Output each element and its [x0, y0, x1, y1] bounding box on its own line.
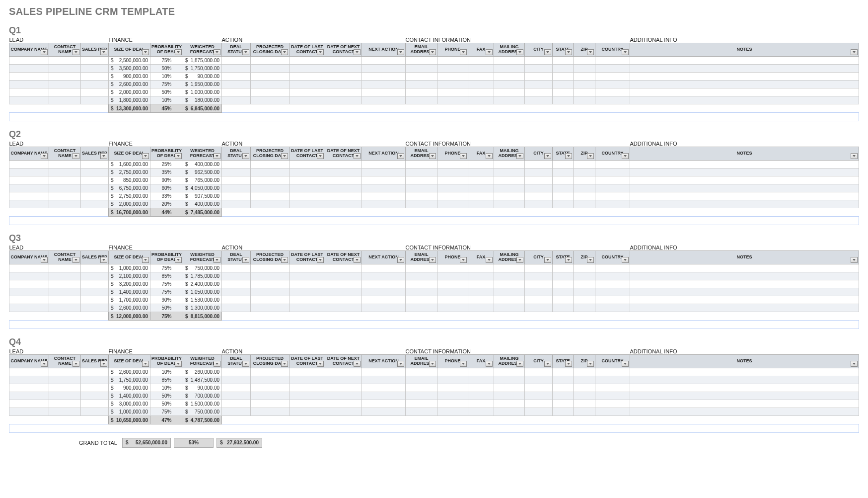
cell-fax[interactable] [468, 288, 494, 296]
cell-rep[interactable] [81, 304, 109, 312]
cell-dlc[interactable] [289, 65, 325, 73]
cell-notes[interactable] [630, 392, 859, 400]
filter-dropdown-icon[interactable] [851, 361, 858, 367]
col-dnc[interactable]: DATE OF NEXT CONTACT [325, 43, 362, 57]
cell-mail[interactable] [494, 168, 525, 176]
cell-contact[interactable] [49, 296, 81, 304]
cell-mail[interactable] [494, 88, 525, 96]
cell-phone[interactable] [437, 392, 468, 400]
filter-dropdown-icon[interactable] [429, 361, 436, 367]
col-dlc[interactable]: DATE OF LAST CONTACT [289, 251, 325, 264]
cell-ds[interactable] [222, 392, 251, 400]
cell-rep[interactable] [81, 200, 109, 208]
col-country[interactable]: COUNTRY [595, 147, 630, 161]
cell-zip[interactable] [574, 81, 595, 88]
cell-pcd[interactable] [251, 368, 289, 376]
cell-na[interactable] [362, 392, 406, 400]
cell-pcd[interactable] [251, 200, 289, 208]
cell-dnc[interactable] [325, 392, 362, 400]
cell-contact[interactable] [49, 264, 81, 272]
table-row[interactable]: $850,000.0090%$765,000.00 [9, 176, 859, 184]
cell-rep[interactable] [81, 65, 109, 73]
cell-state[interactable] [553, 280, 574, 288]
cell-dnc[interactable] [325, 184, 362, 192]
cell-contact[interactable] [49, 376, 81, 384]
cell-ds[interactable] [222, 176, 251, 184]
filter-dropdown-icon[interactable] [175, 49, 182, 55]
cell-country[interactable] [595, 280, 630, 288]
cell-size[interactable]: $2,750,000.00 [109, 168, 150, 176]
filter-dropdown-icon[interactable] [397, 153, 404, 159]
cell-mail[interactable] [494, 368, 525, 376]
cell-prob[interactable]: 90% [150, 296, 183, 304]
col-company[interactable]: COMPANY NAME [9, 251, 49, 264]
cell-zip[interactable] [574, 368, 595, 376]
cell-fax[interactable] [468, 272, 494, 280]
col-company[interactable]: COMPANY NAME [9, 147, 49, 161]
cell-ds[interactable] [222, 368, 251, 376]
cell-country[interactable] [595, 184, 630, 192]
cell-email[interactable] [406, 384, 437, 392]
cell-dlc[interactable] [289, 376, 325, 384]
cell-ds[interactable] [222, 96, 251, 104]
cell-wf[interactable]: $1,950,000.00 [183, 81, 222, 88]
cell-size[interactable]: $2,750,000.00 [109, 192, 150, 200]
col-email[interactable]: EMAIL ADDRESS [406, 147, 437, 161]
filter-dropdown-icon[interactable] [41, 49, 48, 55]
cell-notes[interactable] [630, 73, 859, 81]
cell-wf[interactable]: $180,000.00 [183, 96, 222, 104]
cell-dlc[interactable] [289, 81, 325, 88]
col-pcd[interactable]: PROJECTED CLOSING DATE [251, 147, 289, 161]
col-city[interactable]: CITY [525, 355, 553, 368]
cell-contact[interactable] [49, 176, 81, 184]
filter-dropdown-icon[interactable] [397, 49, 404, 55]
cell-zip[interactable] [574, 400, 595, 408]
cell-state[interactable] [553, 376, 574, 384]
cell-fax[interactable] [468, 81, 494, 88]
cell-pcd[interactable] [251, 304, 289, 312]
cell-fax[interactable] [468, 57, 494, 65]
cell-prob[interactable]: 85% [150, 376, 183, 384]
filter-dropdown-icon[interactable] [354, 257, 361, 263]
col-rep[interactable]: SALES REP [81, 251, 109, 264]
cell-na[interactable] [362, 88, 406, 96]
filter-dropdown-icon[interactable] [486, 361, 493, 367]
cell-wf[interactable]: $700,000.00 [183, 392, 222, 400]
cell-zip[interactable] [574, 296, 595, 304]
filter-dropdown-icon[interactable] [72, 49, 79, 55]
cell-fax[interactable] [468, 368, 494, 376]
filter-dropdown-icon[interactable] [460, 361, 467, 367]
cell-phone[interactable] [437, 73, 468, 81]
table-row[interactable]: $3,000,000.0050%$1,500,000.00 [9, 400, 859, 408]
filter-dropdown-icon[interactable] [242, 257, 249, 263]
col-size[interactable]: SIZE OF DEAL [109, 355, 150, 368]
cell-company[interactable] [9, 392, 49, 400]
cell-dnc[interactable] [325, 304, 362, 312]
cell-state[interactable] [553, 161, 574, 168]
cell-state[interactable] [553, 304, 574, 312]
filter-dropdown-icon[interactable] [142, 257, 149, 263]
cell-dnc[interactable] [325, 168, 362, 176]
cell-pcd[interactable] [251, 73, 289, 81]
cell-company[interactable] [9, 384, 49, 392]
cell-contact[interactable] [49, 408, 81, 416]
cell-company[interactable] [9, 192, 49, 200]
filter-dropdown-icon[interactable] [317, 153, 324, 159]
cell-ds[interactable] [222, 376, 251, 384]
cell-na[interactable] [362, 81, 406, 88]
table-row[interactable]: $2,000,000.0050%$1,000,000.00 [9, 88, 859, 96]
col-notes[interactable]: NOTES [630, 355, 859, 368]
filter-dropdown-icon[interactable] [100, 153, 107, 159]
cell-state[interactable] [553, 57, 574, 65]
filter-dropdown-icon[interactable] [460, 153, 467, 159]
cell-email[interactable] [406, 200, 437, 208]
cell-contact[interactable] [49, 65, 81, 73]
cell-city[interactable] [525, 176, 553, 184]
col-dlc[interactable]: DATE OF LAST CONTACT [289, 147, 325, 161]
filter-dropdown-icon[interactable] [354, 153, 361, 159]
filter-dropdown-icon[interactable] [429, 257, 436, 263]
cell-dlc[interactable] [289, 200, 325, 208]
cell-na[interactable] [362, 192, 406, 200]
cell-zip[interactable] [574, 408, 595, 416]
cell-city[interactable] [525, 65, 553, 73]
